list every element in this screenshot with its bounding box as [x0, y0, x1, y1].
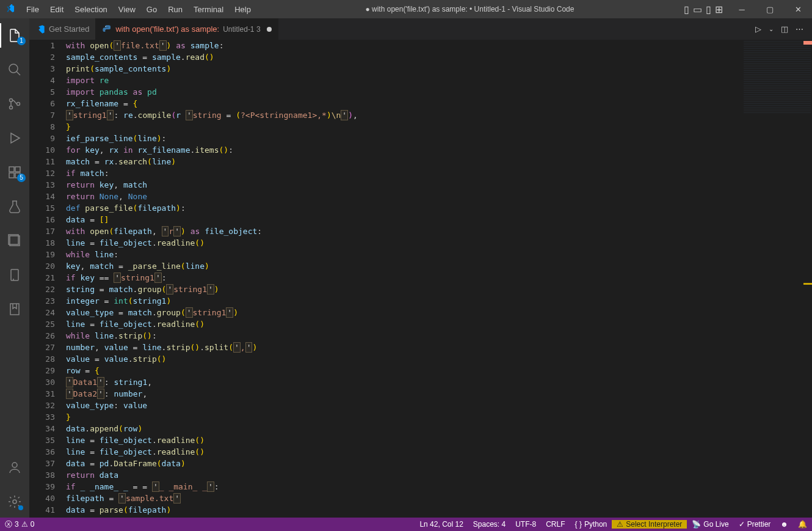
- code-line[interactable]: match = rx.search(line): [66, 156, 739, 167]
- code-line[interactable]: return key, match: [66, 179, 739, 191]
- panel-left-icon[interactable]: ▯: [684, 4, 689, 15]
- code-line[interactable]: line = file_object.readline(): [66, 318, 739, 330]
- code-line[interactable]: import re: [66, 75, 739, 86]
- code-line[interactable]: line = file_object.readline(): [66, 434, 739, 446]
- braces-icon: { }: [575, 520, 582, 529]
- panel-bottom-icon[interactable]: ▭: [693, 4, 702, 15]
- code-line[interactable]: print(sample_contents): [66, 63, 739, 75]
- maximize-button[interactable]: ▢: [756, 0, 784, 18]
- tab-label: with open('file.txt') as sample:: [115, 24, 219, 34]
- code-line[interactable]: sample_contents = sample.read(): [66, 51, 739, 63]
- status-spaces[interactable]: Spaces: 4: [468, 520, 510, 529]
- panel-right-icon[interactable]: ▯: [706, 4, 711, 15]
- code-line[interactable]: def parse_file(filepath):: [66, 202, 739, 214]
- status-line-col[interactable]: Ln 42, Col 12: [415, 520, 468, 529]
- split-editor-icon[interactable]: ◫: [781, 24, 788, 34]
- code-line[interactable]: 'Data1': string1,: [66, 376, 739, 388]
- svg-point-2: [10, 106, 13, 109]
- tab-get-started[interactable]: Get Started: [29, 18, 96, 40]
- menu-help[interactable]: Help: [230, 2, 256, 16]
- code-line[interactable]: data = parse(filepath): [66, 504, 739, 516]
- code-line[interactable]: string = match.group('string1'): [66, 284, 739, 295]
- search-icon[interactable]: [0, 57, 29, 82]
- window-controls: ─ ▢ ✕: [728, 0, 812, 18]
- code-line[interactable]: if key == 'string1':: [66, 272, 739, 284]
- status-feedback-icon[interactable]: ☻: [775, 520, 793, 529]
- code-line[interactable]: number, value = line.strip().split(','): [66, 342, 739, 353]
- minimap[interactable]: [739, 40, 812, 518]
- code-line[interactable]: integer = int(string1): [66, 295, 739, 307]
- code-line[interactable]: return None, None: [66, 191, 739, 202]
- code-line[interactable]: if _ _name_ _ = = '_ _main_ _':: [66, 481, 739, 493]
- menu-file[interactable]: File: [21, 2, 44, 16]
- code-line[interactable]: filepath = 'sample.txt': [66, 493, 739, 504]
- code-line[interactable]: row = {: [66, 365, 739, 376]
- code-line[interactable]: return data: [66, 469, 739, 481]
- editor[interactable]: 1234567891011121314151617181920212223242…: [29, 40, 812, 518]
- extensions-icon[interactable]: 5: [0, 160, 29, 185]
- code-line[interactable]: print(data): [66, 516, 739, 518]
- code-area[interactable]: with open('file.txt') as sample:sample_c…: [66, 40, 739, 518]
- code-line[interactable]: data = pd.DataFrame(data): [66, 458, 739, 469]
- status-encoding[interactable]: UTF-8: [510, 520, 541, 529]
- svg-rect-7: [15, 167, 20, 172]
- run-debug-icon[interactable]: [0, 126, 29, 150]
- code-line[interactable]: data = []: [66, 214, 739, 225]
- code-line[interactable]: with open('file.txt') as sample:: [66, 40, 739, 51]
- status-language[interactable]: { } Python: [570, 520, 612, 529]
- svg-point-12: [12, 463, 17, 467]
- layout-controls[interactable]: ▯ ▭ ▯ ⊞: [684, 4, 723, 15]
- svg-rect-5: [9, 173, 14, 178]
- code-line[interactable]: line = file_object.readline(): [66, 237, 739, 249]
- run-dropdown-icon[interactable]: ⌄: [769, 26, 774, 32]
- menu-edit[interactable]: Edit: [45, 2, 68, 16]
- status-eol[interactable]: CRLF: [541, 520, 570, 529]
- run-icon[interactable]: ▷: [755, 24, 761, 34]
- status-prettier[interactable]: ✓ Prettier: [734, 520, 776, 529]
- code-line[interactable]: line = file_object.readline(): [66, 446, 739, 458]
- minimize-button[interactable]: ─: [728, 0, 756, 18]
- menu-view[interactable]: View: [114, 2, 140, 16]
- menu-terminal[interactable]: Terminal: [189, 2, 228, 16]
- testing-icon[interactable]: [0, 194, 29, 219]
- source-control-icon[interactable]: [0, 92, 29, 116]
- code-line[interactable]: 'Data2': number,: [66, 388, 739, 400]
- code-line[interactable]: import pandas as pd: [66, 86, 739, 98]
- code-line[interactable]: ief_parse_line(line):: [66, 133, 739, 144]
- references-icon[interactable]: [0, 229, 29, 253]
- menu-go[interactable]: Go: [142, 2, 162, 16]
- status-interpreter[interactable]: ⚠ Select Interpreter: [612, 520, 687, 529]
- code-line[interactable]: value = value.strip(): [66, 353, 739, 365]
- code-line[interactable]: }: [66, 411, 739, 423]
- account-icon[interactable]: [0, 455, 29, 480]
- status-go-live[interactable]: 📡 Go Live: [687, 520, 733, 529]
- code-line[interactable]: key, match = _parse_line(line): [66, 260, 739, 272]
- menu-selection[interactable]: Selection: [70, 2, 112, 16]
- layout-icon[interactable]: ⊞: [715, 4, 723, 15]
- svg-point-3: [17, 103, 20, 106]
- explorer-icon[interactable]: 1: [0, 23, 29, 48]
- settings-gear-icon[interactable]: [0, 489, 29, 514]
- code-line[interactable]: }: [66, 121, 739, 133]
- svg-rect-4: [9, 167, 14, 172]
- title-bar: FileEditSelectionViewGoRunTerminalHelp ●…: [0, 0, 812, 18]
- more-icon[interactable]: ⋯: [796, 24, 803, 34]
- code-line[interactable]: with open(filepath, 'r') as file_object:: [66, 225, 739, 237]
- code-line[interactable]: while line.strip():: [66, 330, 739, 342]
- code-line[interactable]: 'string1': re.compile(r 'string = (?<P<s…: [66, 109, 739, 121]
- code-line[interactable]: if match:: [66, 167, 739, 179]
- code-line[interactable]: value_type: value: [66, 400, 739, 411]
- database-icon[interactable]: [0, 263, 29, 287]
- svg-rect-11: [10, 304, 19, 315]
- code-line[interactable]: data.append(row): [66, 423, 739, 434]
- code-line[interactable]: while line:: [66, 249, 739, 260]
- tab-untitled-1[interactable]: with open('file.txt') as sample: Untitle…: [96, 18, 278, 40]
- code-line[interactable]: rx_filename = {: [66, 98, 739, 109]
- menu-run[interactable]: Run: [163, 2, 187, 16]
- bookmark-icon[interactable]: [0, 297, 29, 321]
- status-bell-icon[interactable]: 🔔: [793, 520, 812, 529]
- close-button[interactable]: ✕: [784, 0, 812, 18]
- status-problems[interactable]: ⓧ3 ⚠0: [0, 518, 39, 531]
- code-line[interactable]: value_type = match.group('string1'): [66, 307, 739, 318]
- code-line[interactable]: for key, rx in rx_filename.items():: [66, 144, 739, 156]
